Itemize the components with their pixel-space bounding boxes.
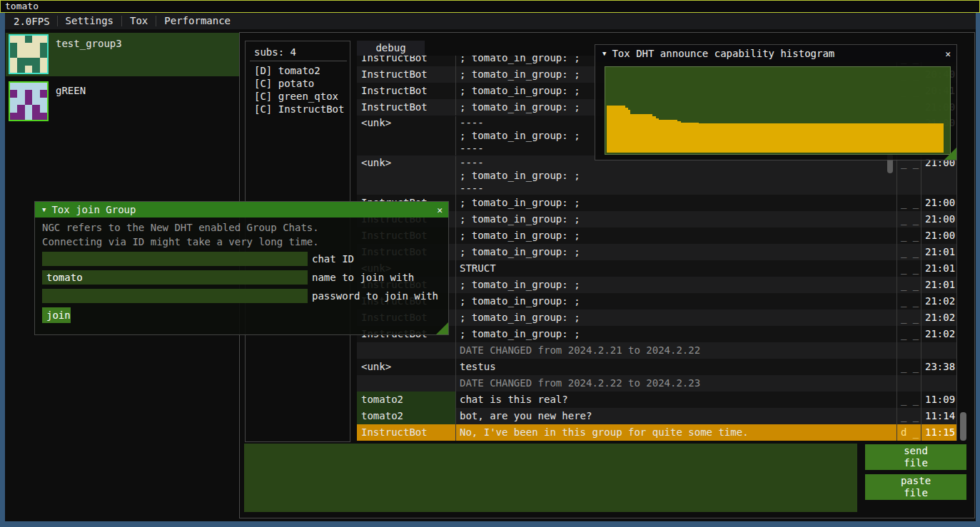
collapse-arrow-icon[interactable]: ▼ — [35, 206, 51, 213]
sender-name: tomato2 — [357, 392, 456, 408]
chat-scrollbar-thumb[interactable] — [960, 412, 966, 441]
histogram-plot — [605, 66, 951, 155]
delivery-status: d _ — [897, 424, 921, 441]
sender-name: InstructBot — [357, 56, 456, 66]
collapse-arrow-icon[interactable]: ▼ — [595, 50, 612, 57]
delivery-status: _ _ — [897, 211, 921, 227]
group-name: gREEN — [56, 85, 86, 96]
message-text: ----; tomato_in_group: ;---- — [456, 156, 897, 195]
sender-name — [357, 375, 456, 392]
timestamp: 21:02 — [921, 309, 957, 326]
message-text: DATE CHANGED from 2024.2.22 to 2024.2.23 — [456, 375, 897, 392]
menu-bar: 2.0FPS SettingsToxPerformance — [5, 13, 976, 29]
message-text: STRUCT — [456, 260, 897, 277]
delivery-status — [897, 342, 921, 359]
chat-message-row[interactable]: <unk>testus_ _23:38 — [357, 359, 957, 375]
password-to-join-with-input[interactable] — [42, 289, 308, 303]
dht-histogram-titlebar[interactable]: ▼ Tox DHT announce capability histogram … — [595, 45, 956, 62]
date-changed-row[interactable]: DATE CHANGED from 2024.2.22 to 2024.2.23 — [357, 375, 957, 392]
delivery-status: _ _ — [897, 244, 921, 260]
timestamp: 21:00 — [921, 227, 957, 244]
menu-item-performance[interactable]: Performance — [156, 13, 238, 29]
chat-ID-input[interactable] — [42, 252, 308, 266]
member-item[interactable]: [C] InstructBot — [246, 103, 351, 116]
chat-message-row[interactable]: <unk>----; tomato_in_group: ;----_ _21:0… — [357, 155, 957, 195]
timestamp: 11:14 — [921, 408, 957, 424]
delivery-status: _ _ — [897, 309, 921, 326]
timestamp: 21:01 — [921, 260, 957, 277]
window-border-bottom — [5, 521, 976, 527]
window-border-left — [0, 13, 5, 527]
message-text: ; tomato_in_group: ; — [456, 293, 897, 309]
join-button[interactable]: join — [42, 307, 71, 323]
tab-debug[interactable]: debug — [357, 41, 425, 56]
timestamp: 21:01 — [921, 277, 957, 293]
join-group-titlebar[interactable]: ▼ Tox join Group ✕ — [35, 202, 448, 218]
member-item[interactable]: [C] potato — [246, 77, 351, 90]
message-text: DATE CHANGED from 2024.2.21 to 2024.2.22 — [456, 342, 897, 359]
message-text: testus — [456, 359, 897, 375]
message-text: ; tomato_in_group: ; — [456, 326, 897, 342]
delivery-status: _ _ — [897, 195, 921, 211]
window-title: tomato — [5, 1, 39, 11]
timestamp: 21:00 — [921, 195, 957, 211]
member-item[interactable]: [D] tomato2 — [246, 64, 351, 77]
member-item[interactable]: [C] green_qtox — [246, 90, 351, 103]
close-icon[interactable]: ✕ — [431, 205, 448, 215]
group-item-green[interactable]: gREEN — [6, 80, 239, 123]
delivery-status: _ _ — [897, 227, 921, 244]
dht-histogram-title: Tox DHT announce capability histogram — [612, 48, 834, 59]
timestamp: 21:02 — [921, 293, 957, 309]
message-text: ; tomato_in_group: ; — [456, 309, 897, 326]
chat-message-row[interactable]: tomato2chat is this real?_ _11:09 — [357, 392, 957, 408]
delivery-status: _ _ — [897, 277, 921, 293]
message-text: chat is this real? — [456, 392, 897, 408]
timestamp: 11:09 — [921, 392, 957, 408]
delivery-status: _ _ — [897, 156, 921, 195]
ngc-description-line1: NGC refers to the New DHT enabled Group … — [42, 222, 319, 233]
paste-file-button[interactable]: paste file — [865, 474, 966, 500]
message-input[interactable] — [244, 444, 857, 512]
chat-message-row[interactable]: InstructBotNo, I've been in this group f… — [357, 424, 957, 441]
sender-name: <unk> — [357, 359, 456, 375]
os-titlebar[interactable]: tomato — [0, 0, 980, 13]
field-label: password to join with — [312, 289, 438, 303]
chat-message-row[interactable]: tomato2bot, are you new here?_ _11:14 — [357, 408, 957, 424]
message-text: ; tomato_in_group: ; — [456, 244, 897, 260]
resize-grip[interactable] — [944, 148, 956, 160]
join-group-title: Tox join Group — [51, 204, 136, 215]
resize-grip[interactable] — [436, 322, 448, 334]
timestamp — [921, 342, 957, 359]
timestamp: 11:15 — [921, 424, 957, 441]
delivery-status — [897, 375, 921, 392]
send-file-button[interactable]: send file — [865, 444, 966, 470]
ngc-description-line2: Connecting via ID might take a very long… — [42, 236, 319, 247]
message-text: ; tomato_in_group: ; — [456, 227, 897, 244]
menu-item-settings[interactable]: Settings — [58, 13, 121, 29]
join-group-window: ▼ Tox join Group ✕ NGC refers to the New… — [34, 201, 449, 335]
delivery-status: _ _ — [897, 359, 921, 375]
histogram-bar — [607, 106, 625, 153]
histogram-bar — [630, 114, 653, 153]
member-list: [D] tomato2[C] potato[C] green_qtox[C] I… — [246, 64, 351, 116]
message-text: No, I've been in this group for quite so… — [456, 424, 897, 441]
group-name: test_group3 — [56, 38, 122, 49]
sender-name: <unk> — [357, 116, 456, 155]
close-icon[interactable]: ✕ — [939, 48, 956, 59]
name-to-join-with-input[interactable]: tomato — [42, 270, 308, 285]
timestamp — [921, 375, 957, 392]
message-text: ; tomato_in_group: ; — [456, 277, 897, 293]
delivery-status: _ _ — [897, 408, 921, 424]
delivery-status: _ _ — [897, 260, 921, 277]
sender-name: InstructBot — [357, 66, 456, 83]
sender-name: <unk> — [357, 156, 456, 195]
message-text: bot, are you new here? — [456, 408, 897, 424]
separator — [250, 61, 347, 61]
date-changed-row[interactable]: DATE CHANGED from 2024.2.21 to 2024.2.22 — [357, 342, 957, 359]
menu-item-tox[interactable]: Tox — [122, 13, 156, 29]
histogram-bar — [681, 123, 699, 153]
group-item-test_group3[interactable]: test_group3 — [6, 33, 239, 76]
group-avatar — [9, 34, 49, 74]
window-border-right — [976, 13, 980, 527]
sender-name: InstructBot — [357, 99, 456, 116]
